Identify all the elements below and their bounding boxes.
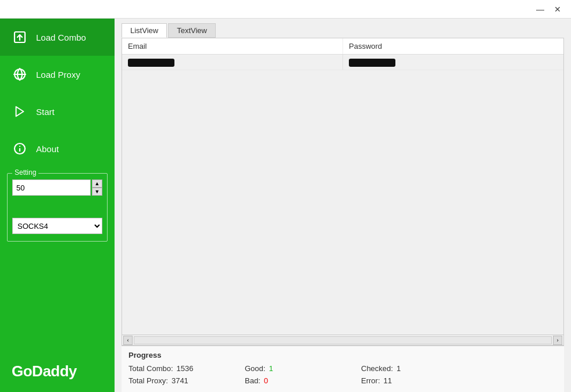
progress-error: Error: 11 bbox=[361, 376, 454, 385]
checked-label: Checked: bbox=[361, 364, 393, 373]
globe-icon bbox=[12, 66, 28, 82]
play-icon bbox=[12, 103, 28, 120]
sidebar-item-label: About bbox=[36, 144, 59, 154]
minimize-button[interactable]: — bbox=[531, 1, 549, 18]
table-header: Email Password bbox=[122, 38, 563, 55]
progress-good: Good: 1 bbox=[245, 364, 338, 373]
error-value: 11 bbox=[384, 376, 392, 385]
progress-title: Progress bbox=[129, 351, 557, 359]
total-combo-value: 1536 bbox=[177, 364, 194, 373]
table-body bbox=[122, 55, 563, 335]
proxy-type-select[interactable]: HTTP HTTPS SOCKS4 SOCKS5 bbox=[12, 218, 102, 234]
threads-row: ▲ ▼ bbox=[12, 179, 102, 196]
sidebar: Load Combo Load Proxy Start bbox=[0, 19, 115, 392]
progress-total-combo: Total Combo: 1536 bbox=[129, 364, 222, 373]
error-label: Error: bbox=[361, 376, 380, 385]
upload-icon bbox=[12, 29, 28, 45]
threads-input[interactable] bbox=[12, 179, 91, 196]
close-button[interactable]: ✕ bbox=[549, 1, 566, 18]
good-label: Good: bbox=[245, 364, 265, 373]
spinner-up[interactable]: ▲ bbox=[92, 179, 102, 188]
settings-panel: Setting ▲ ▼ HTTP HTTPS SOCKS4 SOCKS5 bbox=[7, 173, 108, 242]
good-value: 1 bbox=[269, 364, 273, 373]
tab-bar: ListView TextView bbox=[115, 19, 571, 38]
spinner-down[interactable]: ▼ bbox=[92, 188, 102, 196]
redacted-email bbox=[128, 59, 174, 67]
sidebar-item-load-combo[interactable]: Load Combo bbox=[0, 19, 115, 56]
threads-spinner: ▲ ▼ bbox=[92, 179, 102, 196]
svg-marker-3 bbox=[16, 107, 24, 117]
scroll-left-arrow[interactable]: ‹ bbox=[123, 336, 133, 345]
scroll-right-arrow[interactable]: › bbox=[553, 336, 562, 345]
tab-textview[interactable]: TextView bbox=[168, 23, 216, 38]
checked-value: 1 bbox=[397, 364, 401, 373]
total-proxy-label: Total Proxy: bbox=[129, 376, 168, 385]
redacted-password bbox=[349, 59, 395, 67]
data-table: Email Password ‹ › bbox=[122, 38, 564, 346]
sidebar-item-start[interactable]: Start bbox=[0, 93, 115, 130]
col-email: Email bbox=[122, 38, 343, 54]
scroll-bar-area[interactable] bbox=[134, 336, 552, 344]
main-layout: Load Combo Load Proxy Start bbox=[0, 19, 571, 392]
info-icon bbox=[12, 141, 28, 157]
bad-value: 0 bbox=[264, 376, 268, 385]
progress-row-2: Total Proxy: 3741 Bad: 0 Error: 11 bbox=[129, 376, 557, 385]
progress-total-proxy: Total Proxy: 3741 bbox=[129, 376, 222, 385]
progress-row-1: Total Combo: 1536 Good: 1 Checked: 1 bbox=[129, 364, 557, 373]
cell-email bbox=[122, 55, 343, 70]
total-proxy-value: 3741 bbox=[172, 376, 188, 385]
total-combo-label: Total Combo: bbox=[129, 364, 173, 373]
sidebar-item-label: Start bbox=[36, 107, 55, 117]
sidebar-item-label: Load Combo bbox=[36, 33, 86, 42]
settings-legend: Setting bbox=[12, 168, 38, 177]
sidebar-item-label: Load Proxy bbox=[36, 70, 80, 80]
content-area: ListView TextView Email Password bbox=[115, 19, 571, 392]
progress-checked: Checked: 1 bbox=[361, 364, 454, 373]
horizontal-scrollbar[interactable]: ‹ › bbox=[122, 335, 563, 345]
col-password: Password bbox=[343, 38, 563, 54]
settings-spacer bbox=[12, 200, 102, 218]
brand-logo: GoDaddy bbox=[0, 351, 115, 392]
titlebar: — ✕ bbox=[0, 0, 571, 19]
cell-password bbox=[343, 55, 563, 70]
sidebar-item-about[interactable]: About bbox=[0, 130, 115, 167]
progress-section: Progress Total Combo: 1536 Good: 1 Check… bbox=[122, 346, 564, 392]
tab-listview[interactable]: ListView bbox=[122, 23, 167, 38]
progress-bad: Bad: 0 bbox=[245, 376, 338, 385]
sidebar-item-load-proxy[interactable]: Load Proxy bbox=[0, 56, 115, 93]
bad-label: Bad: bbox=[245, 376, 260, 385]
table-row bbox=[122, 55, 563, 70]
